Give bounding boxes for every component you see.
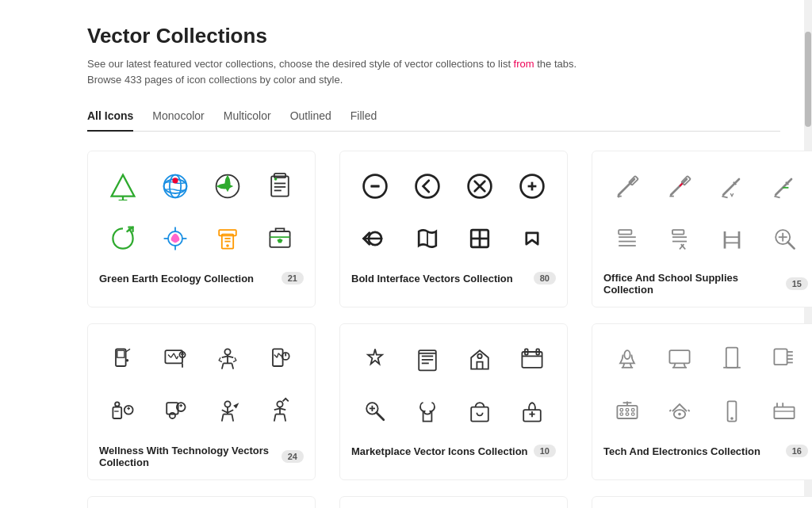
svg-point-31 <box>416 175 439 198</box>
icon-cell <box>508 215 556 262</box>
tab-filled[interactable]: Filled <box>350 103 377 132</box>
collection-footer: Bold Interface Vectors Collection 80 <box>351 272 556 285</box>
icon-cell <box>708 335 756 383</box>
svg-line-74 <box>788 243 795 249</box>
svg-point-171 <box>730 417 733 420</box>
icon-cell <box>351 162 399 210</box>
page-subtitle: See our latest featured vector collectio… <box>87 56 780 87</box>
collection-card-green-earth[interactable]: Green Earth Ecology Collection 21 <box>87 151 316 307</box>
svg-line-121 <box>274 408 280 410</box>
collection-footer: Tech And Electronics Collection 16 <box>603 445 808 457</box>
svg-line-82 <box>168 355 171 358</box>
icon-cell <box>151 215 199 262</box>
svg-point-163 <box>620 413 623 416</box>
tab-all-icons[interactable]: All Icons <box>87 103 133 132</box>
collections-grid: Green Earth Ecology Collection 21 Bold I… <box>87 151 780 508</box>
icon-cell <box>204 162 251 210</box>
svg-rect-152 <box>726 348 737 368</box>
svg-line-117 <box>222 414 224 422</box>
collection-name: Office And School Supplies Collection <box>603 272 786 296</box>
collection-name: Marketplace Vector Icons Collection <box>351 445 534 457</box>
svg-point-13 <box>274 178 278 181</box>
icon-cell <box>151 335 199 383</box>
collection-card-marketplace[interactable]: Marketplace Vector Icons Collection 10 <box>339 323 568 480</box>
svg-line-49 <box>671 179 687 195</box>
svg-line-98 <box>277 353 278 357</box>
svg-point-103 <box>115 402 119 406</box>
icon-cell <box>456 215 504 262</box>
collection-name: Bold Interface Vectors Collection <box>351 273 534 285</box>
collection-name: Tech And Electronics Collection <box>603 445 786 457</box>
icon-cell <box>456 162 504 210</box>
icon-cell <box>656 388 703 435</box>
icons-preview-tech-electronics <box>603 335 808 435</box>
icon-cell <box>708 162 756 210</box>
icon-cell <box>351 388 399 435</box>
svg-line-56 <box>776 179 791 195</box>
svg-point-161 <box>626 408 629 411</box>
collection-card-office-school[interactable]: Office And School Supplies Collection 15 <box>592 151 812 307</box>
collection-name: Green Earth Ecology Collection <box>99 273 282 285</box>
icon-cell <box>603 162 651 210</box>
svg-point-164 <box>626 413 629 416</box>
tab-outlined[interactable]: Outlined <box>290 103 331 132</box>
icon-cell <box>456 335 504 383</box>
svg-rect-172 <box>774 407 794 418</box>
icon-cell <box>456 388 504 435</box>
svg-line-126 <box>284 414 285 422</box>
icon-cell <box>204 215 251 262</box>
icon-cell <box>151 388 199 435</box>
collection-card-bold-interface[interactable]: Bold Interface Vectors Collection 80 <box>339 151 568 307</box>
icon-cell <box>508 335 556 383</box>
icon-cell <box>204 335 251 383</box>
svg-line-137 <box>377 413 384 420</box>
collection-card-tech-electronics[interactable]: Tech And Electronics Collection 16 <box>592 323 812 480</box>
icon-cell <box>603 335 651 383</box>
collection-card-interface2[interactable]: Interface Vectors Collection <box>339 496 568 508</box>
icon-cell <box>404 388 451 435</box>
svg-line-91 <box>228 356 233 357</box>
icon-cell <box>603 388 651 435</box>
svg-rect-78 <box>117 350 124 357</box>
svg-line-52 <box>680 183 683 186</box>
collection-count: 80 <box>534 272 556 285</box>
svg-point-119 <box>277 401 282 407</box>
icon-cell <box>404 215 451 262</box>
icon-cell <box>99 388 147 435</box>
svg-point-88 <box>224 349 230 354</box>
icon-cell <box>404 162 451 210</box>
collection-card-media[interactable]: Media Collection <box>592 496 812 508</box>
icon-cell <box>99 162 147 210</box>
svg-rect-60 <box>619 230 631 234</box>
svg-line-125 <box>274 414 276 422</box>
icon-cell <box>99 215 147 262</box>
icon-cell <box>404 335 451 383</box>
svg-line-90 <box>222 356 228 357</box>
icon-cell <box>204 388 251 435</box>
icon-cell <box>351 335 399 383</box>
tabs-bar: All Icons Monocolor Multicolor Outlined … <box>87 103 780 132</box>
svg-point-144 <box>624 350 630 359</box>
icon-cell <box>603 215 651 262</box>
svg-line-118 <box>232 414 233 422</box>
icons-preview-green-earth <box>99 162 304 262</box>
icon-cell <box>760 335 808 383</box>
icon-cell <box>256 388 304 435</box>
svg-line-55 <box>722 197 727 198</box>
svg-rect-64 <box>672 230 684 234</box>
svg-rect-96 <box>273 349 283 366</box>
icon-cell <box>256 335 304 383</box>
icons-preview-office-school <box>603 162 808 262</box>
collection-card-wellness-tech[interactable]: Wellness With Technology Vectors Collect… <box>87 323 316 480</box>
tab-multicolor[interactable]: Multicolor <box>224 103 271 132</box>
svg-line-94 <box>222 363 224 369</box>
svg-rect-102 <box>113 407 121 418</box>
collection-card-summer[interactable]: Summer Collection <box>87 496 316 508</box>
tab-monocolor[interactable]: Monocolor <box>152 103 204 132</box>
icon-cell <box>656 162 703 210</box>
collection-count: 16 <box>786 445 808 457</box>
svg-point-79 <box>126 359 129 362</box>
svg-point-169 <box>678 413 681 416</box>
svg-line-122 <box>280 408 285 410</box>
svg-line-53 <box>723 179 739 195</box>
